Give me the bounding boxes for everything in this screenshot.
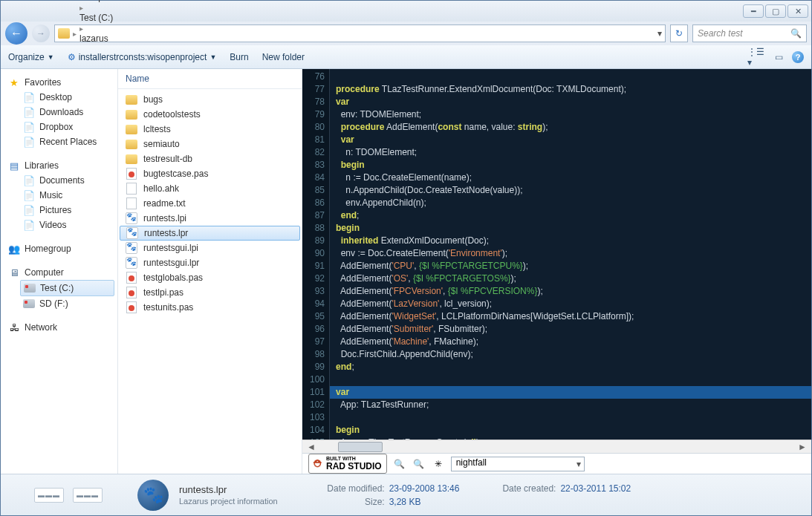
file-list: Name bugscodetoolstestslcltestssemiautot… (118, 69, 302, 474)
nav-item-desktop[interactable]: 📄Desktop (20, 90, 114, 105)
view-options-button[interactable]: ⋮☰ ▾ (747, 50, 765, 65)
status-panel-2: ▬▬▬ (73, 488, 103, 503)
pas-icon (126, 272, 137, 284)
settings-button[interactable]: ✳ (432, 457, 445, 471)
nav-item-test--c--[interactable]: Test (C:) (20, 280, 114, 296)
search-input[interactable]: Search test 🔍 (692, 25, 807, 42)
created-value: 22-03-2011 15:02 (560, 483, 631, 494)
nav-item-music[interactable]: 📄Music (20, 188, 114, 203)
new-folder-button[interactable]: New folder (262, 52, 305, 62)
preview-toolbar: ⛑ BUILT WITHRAD STUDIO 🔍 🔍 ✳ nightfall (302, 453, 811, 474)
explorer-window: ━ ▢ ✕ ← → ▸ Computer▸Test (C:)▸lazarus▸t… (0, 0, 812, 516)
libraries-icon: ▤ (8, 160, 20, 172)
modified-label: Date modified: (318, 483, 385, 494)
column-header-name[interactable]: Name (118, 69, 302, 89)
chevron-right-icon[interactable]: ▸ (79, 25, 83, 33)
address-bar[interactable]: ▸ Computer▸Test (C:)▸lazarus▸test▸ ▾ (54, 25, 666, 42)
rad-studio-badge: ⛑ BUILT WITHRAD STUDIO (308, 454, 387, 474)
file-item-testglobals-pas[interactable]: testglobals.pas (118, 270, 302, 285)
forward-button[interactable]: → (32, 25, 50, 42)
disk-icon (23, 298, 35, 310)
close-button[interactable]: ✕ (787, 4, 808, 18)
file-name: semiauto (143, 139, 180, 149)
zoom-in-button[interactable]: 🔍 (393, 457, 406, 471)
navigation-panel: ★Favorites 📄Desktop📄Downloads📄Dropbox📄Re… (1, 69, 118, 474)
nav-item-downloads[interactable]: 📄Downloads (20, 105, 114, 120)
nav-item-videos[interactable]: 📄Videos (20, 218, 114, 232)
libraries-heading[interactable]: ▤Libraries (4, 158, 114, 173)
nav-bar: ← → ▸ Computer▸Test (C:)▸lazarus▸test▸ ▾… (1, 22, 811, 45)
status-panel-1: ▬▬▬ (34, 488, 64, 503)
folder-icon: 📄 (23, 121, 35, 133)
preview-pane-button[interactable]: ▭ (770, 50, 787, 65)
chevron-right-icon[interactable]: ▸ (79, 4, 83, 12)
lpi-icon (126, 242, 137, 254)
burn-button[interactable]: Burn (230, 52, 248, 62)
file-name: runtests.lpi (143, 213, 186, 223)
file-item-bugtestcase-pas[interactable]: bugtestcase.pas (118, 166, 302, 181)
created-label: Date created: (489, 483, 556, 494)
gear-icon: ⚙ (68, 52, 76, 62)
nav-item-documents[interactable]: 📄Documents (20, 173, 114, 188)
horizontal-scrollbar[interactable]: ◄ ► (302, 440, 811, 453)
scrollbar-thumb[interactable] (338, 442, 383, 452)
file-item-lcltests[interactable]: lcltests (118, 122, 302, 137)
file-item-runtestsgui-lpr[interactable]: runtestsgui.lpr (118, 255, 302, 270)
folder-icon (126, 138, 137, 150)
folder-icon (58, 28, 70, 39)
lpi-icon (126, 257, 137, 269)
organize-menu[interactable]: Organize ▼ (8, 52, 54, 62)
nav-item-recent-places[interactable]: 📄Recent Places (20, 134, 114, 149)
breadcrumb-computer[interactable]: Computer (79, 0, 119, 2)
details-pane: ▬▬▬ ▬▬▬ 🐾 runtests.lpr Lazarus project i… (1, 474, 811, 515)
file-name: lcltests (143, 124, 171, 134)
file-item-testlpi-pas[interactable]: testlpi.pas (118, 285, 302, 300)
computer-icon: 🖥 (8, 267, 20, 278)
pas-icon (126, 168, 137, 180)
breadcrumb-test--c--[interactable]: Test (C:) (79, 13, 119, 23)
library-icon: 📄 (23, 219, 35, 231)
dropdown-icon[interactable]: ▾ (657, 28, 662, 39)
titlebar: ━ ▢ ✕ (1, 1, 811, 22)
file-name: runtestsgui.lpi (143, 243, 198, 253)
code-preview[interactable]: 7677787980818283848586878889909192939495… (302, 69, 811, 440)
nav-item-dropbox[interactable]: 📄Dropbox (20, 120, 114, 134)
favorites-heading[interactable]: ★Favorites (4, 75, 114, 90)
file-item-hello-ahk[interactable]: hello.ahk (118, 181, 302, 196)
file-item-runtests-lpi[interactable]: runtests.lpi (118, 211, 302, 226)
file-name: testunits.pas (143, 302, 193, 313)
theme-select[interactable]: nightfall (451, 457, 585, 471)
folder-icon: 📄 (23, 91, 35, 103)
file-item-readme-txt[interactable]: readme.txt (118, 196, 302, 211)
folder-icon: 📄 (23, 106, 35, 118)
toolbar: Organize ▼ ⚙ installerstrconsts:wisopenp… (1, 45, 811, 69)
open-with-button[interactable]: ⚙ installerstrconsts:wisopenproject ▼ (68, 52, 217, 62)
nav-item-sd--f--[interactable]: SD (F:) (20, 296, 114, 311)
file-item-codetoolstests[interactable]: codetoolstests (118, 107, 302, 122)
help-icon[interactable]: ? (792, 51, 804, 63)
nav-item-pictures[interactable]: 📄Pictures (20, 203, 114, 218)
file-item-runtests-lpr[interactable]: runtests.lpr (120, 226, 300, 241)
folder-icon (126, 153, 137, 165)
file-item-testresult-db[interactable]: testresult-db (118, 151, 302, 166)
homegroup-heading[interactable]: 👥Homegroup (4, 241, 114, 256)
library-icon: 📄 (23, 204, 35, 216)
library-icon: 📄 (23, 174, 35, 186)
file-item-semiauto[interactable]: semiauto (118, 137, 302, 151)
file-item-runtestsgui-lpi[interactable]: runtestsgui.lpi (118, 241, 302, 255)
network-heading[interactable]: 🖧Network (4, 320, 114, 335)
back-button[interactable]: ← (5, 22, 27, 45)
zoom-out-button[interactable]: 🔍 (412, 457, 426, 471)
lpi-icon (126, 227, 138, 239)
breadcrumb-lazarus[interactable]: lazarus (79, 33, 119, 44)
refresh-button[interactable]: ↻ (670, 25, 688, 42)
library-icon: 📄 (23, 189, 35, 201)
file-item-testunits-pas[interactable]: testunits.pas (118, 300, 302, 315)
computer-heading[interactable]: 🖥Computer (4, 265, 114, 280)
lpi-icon (126, 212, 137, 224)
helmet-icon: ⛑ (314, 458, 323, 469)
maximize-button[interactable]: ▢ (765, 4, 786, 18)
minimize-button[interactable]: ━ (743, 4, 764, 18)
chevron-right-icon[interactable]: ▸ (73, 30, 77, 38)
file-item-bugs[interactable]: bugs (118, 92, 302, 107)
